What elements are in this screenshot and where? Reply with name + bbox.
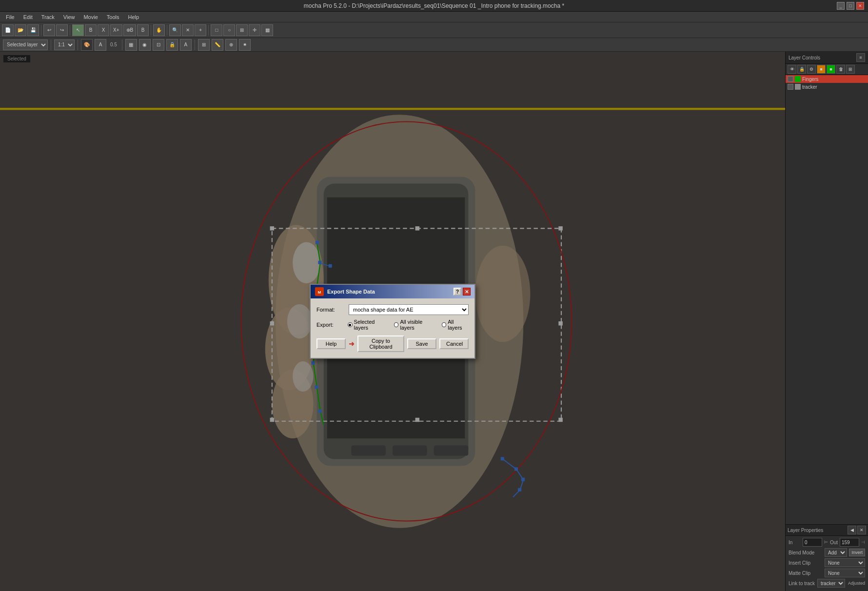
maximize-button[interactable]: □ xyxy=(847,2,854,10)
zoom-in-tool[interactable]: 🔍 xyxy=(169,24,181,36)
in-input[interactable] xyxy=(803,538,822,547)
layer-visible-icon[interactable]: 👁 xyxy=(788,65,796,74)
zoom-select[interactable]: 1:1 xyxy=(54,39,75,50)
layer-vis-icon2 xyxy=(788,84,793,90)
snap-btn[interactable]: ✷ xyxy=(239,39,251,51)
menu-track[interactable]: Track xyxy=(38,13,59,21)
out-control-icon: ⊣ xyxy=(861,540,865,545)
redo-button[interactable]: ↪ xyxy=(56,24,68,36)
bezier-tool[interactable]: B xyxy=(85,24,97,36)
menu-edit[interactable]: Edit xyxy=(20,13,37,21)
menu-bar: File Edit Track View Movie Tools Help xyxy=(0,12,868,22)
radio-selected-icon xyxy=(348,322,353,327)
grid2-btn[interactable]: ⊞ xyxy=(198,39,210,51)
layer-color2-icon[interactable]: ■ xyxy=(827,65,835,74)
in-label: In xyxy=(789,540,801,545)
menu-movie[interactable]: Movie xyxy=(79,13,101,21)
arrow-icon: ➜ xyxy=(349,340,355,348)
help-button[interactable]: Help xyxy=(316,338,346,349)
lock-btn[interactable]: 🔒 xyxy=(166,39,178,51)
radio-selected-layers[interactable]: Selected layers xyxy=(348,319,389,331)
overlay-btn[interactable]: ▦ xyxy=(125,39,137,51)
radio-all-layers-icon xyxy=(442,322,447,327)
rect-tool[interactable]: □ xyxy=(211,24,222,36)
layer-expand-icon[interactable]: ⊞ xyxy=(846,65,855,74)
save-button[interactable]: Save xyxy=(407,338,436,349)
xspline-tool[interactable]: X xyxy=(98,24,109,36)
ruler-btn[interactable]: 📏 xyxy=(212,39,223,51)
close-button[interactable]: ✕ xyxy=(856,2,864,10)
layer-name-tracker: tracker xyxy=(802,84,866,90)
layer-row-tracker[interactable]: tracker xyxy=(786,83,868,91)
menu-tools[interactable]: Tools xyxy=(103,13,123,21)
menu-help[interactable]: Help xyxy=(124,13,143,21)
convert-tool[interactable]: B xyxy=(137,24,149,36)
link-to-track-select[interactable]: tracker xyxy=(817,579,845,588)
layer-color-icon[interactable]: ■ xyxy=(817,65,826,74)
layer-vis-icon xyxy=(788,76,793,82)
main-toolbar: 📄 📂 💾 ↩ ↪ ↖ B X X+ ⊕B B ✋ 🔍 ✕ + □ ○ ⊞ ✛ … xyxy=(0,22,868,38)
add-point-tool[interactable]: X+ xyxy=(110,24,122,36)
grid-tool[interactable]: ▦ xyxy=(261,24,273,36)
adjusted-label: Adjusted xyxy=(848,581,865,586)
zoom-out-tool[interactable]: ✕ xyxy=(182,24,194,36)
xray-btn[interactable]: A xyxy=(180,39,192,51)
matte-clip-label: Matte Clip xyxy=(789,571,823,576)
menu-file[interactable]: File xyxy=(2,13,19,21)
dialog-close-button[interactable]: ✕ xyxy=(463,288,471,296)
layer-controls-header: Layer Controls ≡ xyxy=(786,52,868,64)
insert-clip-select[interactable]: None xyxy=(825,558,865,567)
secondary-toolbar: Selected layer 1:1 🎨 A 0.5 ▦ ◉ ⊡ 🔒 A ⊞ 📏… xyxy=(0,38,868,52)
show-btn[interactable]: ◉ xyxy=(139,39,151,51)
blend-mode-label: Blend Mode xyxy=(789,550,823,555)
right-panel: Layer Controls ≡ 👁 🔒 ⚙ ■ ■ 🗑 ⊞ Fingers t… xyxy=(785,52,868,591)
layer-row-fingers[interactable]: Fingers xyxy=(786,75,868,83)
layer-panel-options[interactable]: ≡ xyxy=(856,53,865,62)
app-title: mocha Pro 5.2.0 - D:\Projects\iPardaz\re… xyxy=(304,2,564,9)
undo-button[interactable]: ↩ xyxy=(43,24,55,36)
copy-to-clipboard-button[interactable]: Copy to Clipboard xyxy=(357,335,404,352)
layer-gear-icon[interactable]: ⚙ xyxy=(807,65,816,74)
magnet2-btn[interactable]: ⊕ xyxy=(225,39,237,51)
lp-close-btn[interactable]: ✕ xyxy=(857,526,866,534)
layer-delete-icon[interactable]: 🗑 xyxy=(836,65,845,74)
new-button[interactable]: 📄 xyxy=(2,24,14,36)
format-select[interactable]: mocha shape data for AE xyxy=(349,304,469,315)
select-tool[interactable]: ↖ xyxy=(72,24,84,36)
blend-mode-select[interactable]: Add xyxy=(825,548,847,557)
layer-name-fingers: Fingers xyxy=(802,77,866,82)
layer-controls-toolbar: 👁 🔒 ⚙ ■ ■ 🗑 ⊞ xyxy=(786,64,868,75)
circle-tool[interactable]: ○ xyxy=(223,24,235,36)
invert-button[interactable]: Invert xyxy=(849,549,865,556)
transform-tool[interactable]: ✛ xyxy=(249,24,260,36)
view-btn[interactable]: A xyxy=(95,39,106,51)
open-button[interactable]: 📂 xyxy=(15,24,26,36)
minimize-button[interactable]: _ xyxy=(837,2,845,10)
align-tool[interactable]: ⊞ xyxy=(236,24,248,36)
lp-collapse-btn[interactable]: ◀ xyxy=(848,526,856,534)
link-to-track-label: Link to track xyxy=(789,581,815,586)
selected-layer-select[interactable]: Selected layer xyxy=(3,39,48,50)
out-input[interactable] xyxy=(840,538,859,547)
add-tool[interactable]: + xyxy=(195,24,206,36)
in-control-icon: ⊢ xyxy=(824,540,828,545)
save-button[interactable]: 💾 xyxy=(27,24,39,36)
mocha-logo-icon: M xyxy=(315,287,324,296)
radio-all-visible[interactable]: All visible layers xyxy=(394,319,437,331)
color-btn[interactable]: 🎨 xyxy=(81,39,93,51)
cancel-button[interactable]: Cancel xyxy=(439,338,469,349)
layer-lock-icon[interactable]: 🔒 xyxy=(797,65,806,74)
export-dialog-title-text: Export Shape Data xyxy=(327,289,375,295)
dialog-help-icon[interactable]: ? xyxy=(454,288,461,296)
dialog-buttons: Help ➜ Copy to Clipboard Save Cancel xyxy=(316,335,469,352)
svg-text:M: M xyxy=(318,290,321,295)
radio-all-layers[interactable]: All layers xyxy=(442,319,469,331)
menu-view[interactable]: View xyxy=(59,13,79,21)
canvas-area[interactable]: Selected M Export Shape Data ? ✕ xyxy=(0,52,785,591)
matte-clip-select[interactable]: None xyxy=(825,569,865,577)
radio-all-visible-icon xyxy=(394,322,399,327)
opacity-label: 0.5 xyxy=(108,42,119,47)
magnet-tool[interactable]: ⊕B xyxy=(123,24,137,36)
pan-tool[interactable]: ✋ xyxy=(153,24,165,36)
hide-btn[interactable]: ⊡ xyxy=(153,39,164,51)
